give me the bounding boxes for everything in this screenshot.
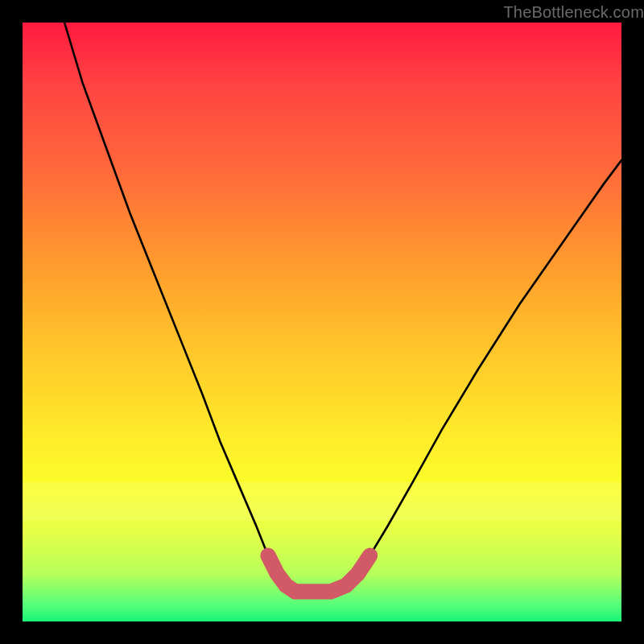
watermark-label: TheBottleneck.com: [503, 3, 644, 22]
plot-area: [23, 23, 621, 621]
curve-band: [268, 555, 369, 592]
curve-main: [64, 23, 621, 592]
chart-svg: [23, 23, 621, 621]
chart-frame: TheBottleneck.com: [0, 0, 644, 644]
